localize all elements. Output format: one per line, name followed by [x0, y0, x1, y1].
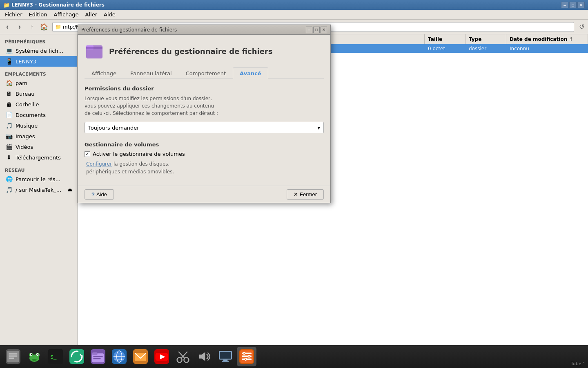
close-btn[interactable]: ✕	[577, 2, 585, 8]
sidebar-item-parcourir[interactable]: 🌐 Parcourir le rés...	[0, 174, 77, 184]
bureau-icon: 🖥	[5, 90, 13, 98]
title-bar: 📁 LENNY3 - Gestionnaire de fichiers – □ …	[0, 0, 588, 10]
taskbar-app-volume[interactable]	[194, 347, 214, 366]
volumes-checkbox[interactable]: ✓	[85, 151, 90, 157]
col-size[interactable]: Taille	[425, 34, 466, 44]
dialog-maximize-btn[interactable]: □	[313, 27, 320, 33]
help-label: Aide	[96, 191, 107, 197]
dialog-app-icon	[85, 41, 104, 61]
sidebar-item-images[interactable]: 📷 Images	[0, 131, 77, 141]
svg-rect-37	[220, 352, 231, 359]
svg-rect-21	[93, 356, 102, 357]
sidebar-item-documents[interactable]: 📄 Documents	[0, 110, 77, 120]
close-label: Fermer	[300, 191, 317, 197]
preferences-dialog: Préférences du gestionnaire de fichiers …	[78, 25, 331, 203]
taskbar-app-youtube[interactable]	[152, 347, 172, 366]
menu-affichage[interactable]: Affichage	[50, 11, 82, 18]
menu-edition[interactable]: Édition	[26, 11, 51, 18]
file-size: 0 octet	[425, 45, 466, 52]
taskbar-app-filemanager[interactable]	[88, 347, 108, 366]
taskbar-app-screen[interactable]	[216, 347, 235, 366]
sidebar-item-telechargements-label: Téléchargements	[16, 155, 61, 161]
tab-comportement[interactable]: Comportement	[179, 67, 233, 79]
home-button[interactable]: 🏠	[38, 21, 50, 33]
eject-icon[interactable]: ⏏	[68, 187, 72, 193]
taskbar-app-browser[interactable]	[109, 347, 129, 366]
taskbar-app-frog[interactable]	[24, 347, 44, 366]
menu-aide[interactable]: Aide	[100, 11, 119, 18]
sidebar-item-telechargements[interactable]: ⬇ Téléchargements	[0, 152, 77, 163]
reload-button[interactable]: ↺	[577, 22, 586, 32]
svg-marker-35	[199, 352, 205, 361]
filemanager-icon	[91, 349, 105, 364]
dialog-header: Préférences du gestionnaire de fichiers	[85, 41, 324, 61]
taskbar-app-files[interactable]	[3, 347, 23, 366]
sidebar-item-videos-label: Vidéos	[16, 144, 33, 150]
dialog-minimize-btn[interactable]: –	[306, 27, 312, 33]
maximize-btn[interactable]: □	[569, 2, 577, 8]
mail-icon	[133, 349, 148, 364]
dialog-title: Préférences du gestionnaire de fichiers	[81, 27, 177, 33]
settings-icon	[239, 349, 254, 364]
col-type[interactable]: Type	[466, 34, 506, 44]
svg-point-45	[248, 355, 250, 357]
menu-aller[interactable]: Aller	[82, 11, 100, 18]
svg-rect-22	[93, 358, 100, 359]
dialog-tabs: Affichage Panneau latéral Comportement A…	[85, 67, 324, 79]
minimize-btn[interactable]: –	[561, 2, 568, 8]
pam-icon: 🏠	[5, 79, 13, 87]
sidebar-item-parcourir-label: Parcourir le rés...	[16, 176, 60, 182]
svg-point-12	[31, 354, 32, 355]
dialog-close-btn[interactable]: ✕	[321, 27, 327, 33]
dropdown-value: Toujours demander	[88, 125, 139, 131]
mediatek-icon: 🎵	[5, 186, 13, 194]
sidebar-item-corbeille-label: Corbeille	[16, 101, 39, 108]
tab-avance[interactable]: Avancé	[233, 67, 268, 79]
files-icon	[6, 349, 20, 364]
svg-point-14	[32, 359, 37, 361]
dialog-body: Préférences du gestionnaire de fichiers …	[78, 35, 330, 182]
section-permissions-desc: Lorsque vous modifiez les permissions d'…	[85, 95, 324, 117]
title-bar-controls: – □ ✕	[561, 2, 585, 8]
sidebar-item-videos[interactable]: 🎬 Vidéos	[0, 141, 77, 152]
close-dialog-button[interactable]: ✕ Fermer	[287, 189, 324, 200]
tab-affichage[interactable]: Affichage	[85, 67, 123, 79]
dropdown-chevron-icon: ▾	[317, 125, 320, 131]
taskbar-app-settings[interactable]	[237, 347, 256, 366]
up-button[interactable]: ↑	[26, 21, 38, 33]
col-date[interactable]: Date de modification ↑	[506, 34, 588, 44]
sidebar-item-lenny3[interactable]: 📱 LENNY3	[0, 56, 77, 67]
sidebar-item-pam[interactable]: 🏠 pam	[0, 78, 77, 88]
tab-panneau[interactable]: Panneau latéral	[123, 67, 179, 79]
sidebar-item-bureau[interactable]: 🖥 Bureau	[0, 88, 77, 99]
tube-label: Tube "	[571, 361, 585, 366]
forward-button[interactable]: ›	[14, 21, 25, 33]
svg-rect-2	[86, 47, 102, 49]
taskbar-app-sync[interactable]	[67, 347, 87, 366]
back-button[interactable]: ‹	[2, 21, 13, 33]
sidebar-item-mediatek[interactable]: 🎵 / sur MediaTek_... ⏏	[0, 184, 77, 195]
sidebar-section-peripheriques: PÉRIPHÉRIQUES	[0, 38, 77, 45]
videos-icon: 🎬	[5, 143, 13, 151]
sidebar-item-system[interactable]: 💻 Système de fich...	[0, 45, 77, 56]
sidebar-item-corbeille[interactable]: 🗑 Corbeille	[0, 99, 77, 110]
sidebar-item-mediatek-label: / sur MediaTek_...	[16, 187, 61, 193]
youtube-icon	[154, 349, 169, 364]
taskbar-app-mail[interactable]	[131, 347, 150, 366]
svg-rect-38	[223, 359, 228, 361]
menu-fichier[interactable]: Fichier	[2, 11, 26, 18]
help-button[interactable]: ? Aide	[85, 189, 114, 200]
sidebar-item-musique[interactable]: 🎵 Musique	[0, 120, 77, 131]
sidebar-item-musique-label: Musique	[16, 123, 38, 129]
window-icon: 📁	[3, 2, 10, 8]
permissions-dropdown[interactable]: Toujours demander ▾	[85, 122, 324, 133]
dropdown-row: Toujours demander ▾	[85, 122, 324, 133]
svg-text:$_: $_	[50, 354, 57, 360]
section-permissions-title: Permissions du dossier	[85, 85, 324, 92]
taskbar-app-scissors[interactable]	[173, 347, 193, 366]
configurer-link[interactable]: Configurer	[86, 161, 112, 167]
screen-icon	[218, 349, 233, 364]
volumes-desc: Configurer la gestion des disques,périph…	[85, 160, 324, 176]
taskbar-app-terminal[interactable]: $_	[46, 347, 65, 366]
svg-point-46	[245, 358, 247, 360]
